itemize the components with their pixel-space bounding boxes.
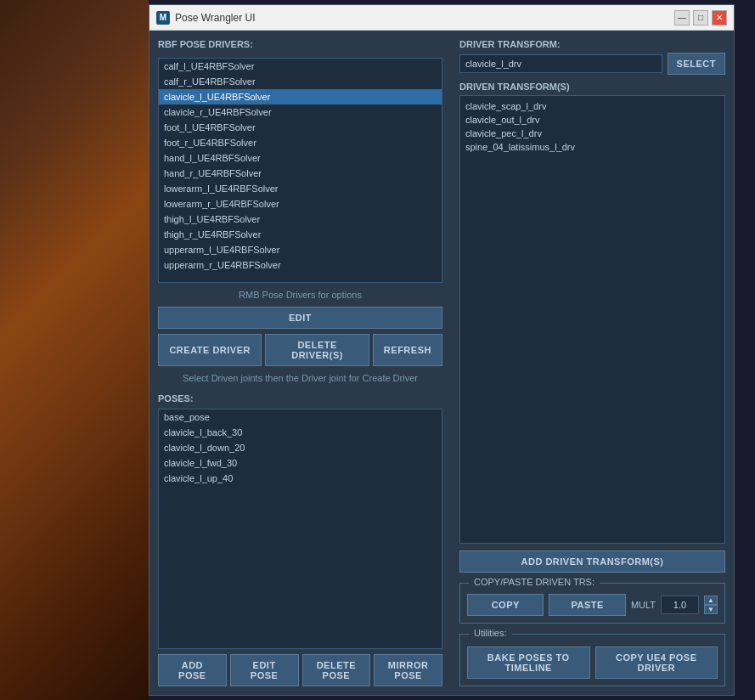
driven-transforms-label: DRIVEN TRANSFORM(S): [459, 82, 725, 92]
pose-list-item[interactable]: clavicle_l_fwd_30: [159, 455, 442, 471]
title-controls: — □ ✕: [674, 10, 727, 25]
driven-transforms-section: DRIVEN TRANSFORM(S) clavicle_scap_l_drvc…: [459, 82, 725, 573]
mirror-pose-button[interactable]: MIRROR POSE: [374, 654, 442, 686]
driven-transform-item: clavicle_out_l_drv: [465, 113, 719, 127]
driver-transform-row: SELECT: [459, 53, 725, 75]
driver-list-item[interactable]: clavicle_r_UE4RBFSolver: [159, 104, 442, 120]
copy-paste-label: COPY/PASTE DRIVEN TRS:: [469, 577, 600, 587]
driver-list-item[interactable]: lowerarm_r_UE4RBFSolver: [159, 196, 442, 212]
bake-poses-button[interactable]: BAKE POSES TO TIMELINE: [467, 646, 590, 679]
create-driver-button[interactable]: CREATE DRIVER: [158, 334, 262, 366]
driven-transforms-list[interactable]: clavicle_scap_l_drvclavicle_out_l_drvcla…: [459, 95, 725, 544]
pose-list-item[interactable]: base_pose: [159, 409, 442, 425]
mult-up-button[interactable]: ▲: [704, 596, 718, 605]
edit-pose-button[interactable]: EDIT POSE: [230, 654, 299, 686]
delete-driver-button[interactable]: DELETE DRIVER(S): [265, 334, 369, 366]
mult-down-button[interactable]: ▼: [704, 605, 718, 614]
maximize-button[interactable]: □: [693, 10, 708, 25]
rbf-hint-text: RMB Pose Drivers for options: [158, 288, 442, 302]
pose-list-item[interactable]: clavicle_l_up_40: [159, 471, 442, 486]
driver-list-item[interactable]: calf_r_UE4RBFSolver: [159, 74, 442, 89]
driver-transform-label: DRIVER TRANSFORM:: [459, 39, 725, 49]
app-icon: M: [156, 11, 170, 25]
utilities-section: Utilities: BAKE POSES TO TIMELINE COPY U…: [459, 634, 725, 686]
title-bar: M Pose Wrangler UI — □ ✕: [149, 5, 734, 31]
minimize-button[interactable]: —: [674, 10, 690, 25]
utilities-row: BAKE POSES TO TIMELINE COPY UE4 POSE DRI…: [467, 646, 718, 679]
window-title: Pose Wrangler UI: [175, 12, 674, 24]
poses-section-label: POSES:: [158, 393, 442, 404]
driver-list-item[interactable]: upperarm_l_UE4RBFSolver: [159, 242, 442, 257]
copy-paste-section: COPY/PASTE DRIVEN TRS: COPY PASTE MULT ▲…: [459, 583, 725, 624]
driver-transform-input[interactable]: [459, 54, 662, 73]
add-driven-transform-button[interactable]: ADD DRIVEN TRANSFORM(S): [459, 550, 725, 573]
driver-transform-section: DRIVER TRANSFORM: SELECT: [459, 39, 725, 75]
driver-list-item[interactable]: hand_r_UE4RBFSolver: [159, 166, 442, 181]
pose-list-item[interactable]: clavicle_l_back_30: [159, 425, 442, 440]
driven-transform-item: clavicle_pec_l_drv: [465, 127, 719, 140]
mult-input[interactable]: [661, 596, 699, 614]
select-hint: Select Driven joints then the Driver joi…: [158, 371, 442, 385]
paste-button[interactable]: PASTE: [549, 594, 625, 616]
pose-list-item[interactable]: clavicle_l_down_20: [159, 440, 442, 455]
close-button[interactable]: ✕: [712, 10, 727, 25]
utilities-label: Utilities:: [469, 628, 512, 638]
driver-list-item[interactable]: upperarm_r_UE4RBFSolver: [159, 257, 442, 273]
driven-transform-item: spine_04_latissimus_l_drv: [465, 140, 719, 154]
delete-pose-button[interactable]: DELETE POSE: [302, 654, 371, 686]
driver-actions-row: CREATE DRIVER DELETE DRIVER(S) REFRESH: [158, 334, 442, 366]
mult-spinner: ▲ ▼: [704, 596, 718, 614]
driver-list-item[interactable]: hand_l_UE4RBFSolver: [159, 150, 442, 166]
copy-ue4-button[interactable]: COPY UE4 POSE DRIVER: [595, 646, 718, 679]
left-panel: RBF POSE DRIVERS: calf_l_UE4RBFSolvercal…: [149, 31, 451, 695]
copy-button[interactable]: COPY: [467, 594, 544, 616]
right-panel: DRIVER TRANSFORM: SELECT DRIVEN TRANSFOR…: [451, 31, 734, 695]
mult-label: MULT: [631, 600, 656, 610]
main-content: RBF POSE DRIVERS: calf_l_UE4RBFSolvercal…: [149, 31, 734, 695]
main-window: M Pose Wrangler UI — □ ✕ RBF POSE DRIVER…: [149, 4, 735, 696]
background-face: [0, 0, 149, 700]
driver-list-item[interactable]: foot_l_UE4RBFSolver: [159, 120, 442, 135]
driver-list-item[interactable]: lowerarm_l_UE4RBFSolver: [159, 181, 442, 196]
edit-button[interactable]: EDIT: [158, 307, 442, 329]
refresh-button[interactable]: REFRESH: [373, 334, 442, 366]
driver-list-item[interactable]: thigh_l_UE4RBFSolver: [159, 212, 442, 227]
drivers-list[interactable]: calf_l_UE4RBFSolvercalf_r_UE4RBFSolvercl…: [158, 58, 442, 283]
rbf-section-label: RBF POSE DRIVERS:: [158, 39, 442, 49]
pose-actions-row: ADD POSE EDIT POSE DELETE POSE MIRROR PO…: [158, 654, 442, 686]
driven-transform-item: clavicle_scap_l_drv: [465, 99, 719, 113]
poses-list[interactable]: base_poseclavicle_l_back_30clavicle_l_do…: [158, 409, 442, 649]
driver-list-item[interactable]: clavicle_l_UE4RBFSolver: [159, 89, 442, 104]
driver-list-item[interactable]: foot_r_UE4RBFSolver: [159, 135, 442, 150]
copy-paste-row: COPY PASTE MULT ▲ ▼: [467, 594, 718, 616]
add-pose-button[interactable]: ADD POSE: [158, 654, 227, 686]
select-button[interactable]: SELECT: [668, 53, 725, 75]
driver-list-item[interactable]: calf_l_UE4RBFSolver: [159, 59, 442, 74]
driver-list-item[interactable]: thigh_r_UE4RBFSolver: [159, 227, 442, 242]
